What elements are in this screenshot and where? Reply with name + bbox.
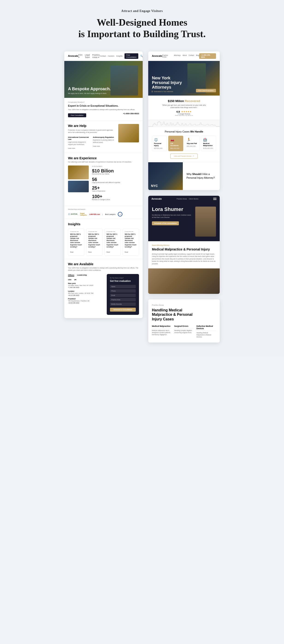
practice-eyebrow: Practice Areas [152, 304, 216, 306]
office-ny-city: New york [68, 282, 103, 284]
hamburger-line-2 [213, 199, 216, 199]
practice-item-malpractice: Medical Malpractice Medical malpractice … [152, 325, 171, 338]
case-name-personal: Personal Injury [154, 142, 165, 146]
practice-card-1: International Commercial Law Legal servi… [68, 136, 91, 150]
experience-images [68, 166, 89, 203]
practice-areas-section: Practice Areas Handling Medical Malpract… [148, 300, 220, 342]
case-card-car-accidents[interactable]: 🚗 Car Accidents $80,000,000 [168, 136, 183, 151]
headline-line1: Well-Designed Homes [97, 17, 187, 28]
left-nav-bar: Avvocato Firm ▾ Legal Team Practice Area… [64, 52, 143, 61]
award-divider: | [102, 213, 103, 215]
region-usa[interactable]: USA [68, 279, 71, 280]
office-london: London 456 Park Lane, London, UK W1K 7AH… [68, 290, 103, 296]
case-amount-medical: $139,000,000 [203, 148, 214, 149]
we-are-help-section: We are Help Protection of your company's… [64, 121, 143, 153]
form-field-email[interactable]: Email [110, 294, 136, 297]
form-field-phone[interactable]: Phone [110, 289, 136, 293]
experience-body: Our attorneys and staff have decades of … [68, 161, 139, 163]
lora-schedule-button[interactable]: Schedule a Free consultation [152, 221, 179, 225]
lora-card: Avvocato Practice Areas Client Stories L… [148, 196, 220, 294]
left-nav-links: Firm ▾ Legal Team Practice Areas ▾ [78, 54, 100, 58]
expert-consult-button[interactable]: Free Consultation [68, 113, 86, 117]
tr-nav-contact[interactable]: Contact [189, 54, 194, 58]
help-text: We are Help Protection of your company's… [68, 124, 116, 150]
form-field-practice[interactable]: Practice Area [110, 298, 136, 302]
practice-2-link[interactable]: Learn more [93, 146, 100, 147]
eval-headline: Get free evaluation [110, 280, 136, 282]
insight-4-link[interactable]: Read [125, 251, 128, 253]
case-amount-personal: $67000,000 [154, 148, 165, 149]
tr-nav-attorneys[interactable]: Attorneys [174, 54, 181, 58]
practice-headline-line3: Injury Cases [152, 317, 174, 321]
hamburger-icon[interactable] [213, 198, 216, 200]
left-column: Avvocato Firm ▾ Legal Team Practice Area… [64, 52, 143, 318]
tr-headline-line3: Attorneys [152, 85, 171, 90]
tr-cta-button[interactable]: Free Case Evaluation [196, 89, 216, 92]
stat-1-label: Recovered for Our Clients [92, 173, 139, 175]
lora-nav-client[interactable]: Client Stories [189, 198, 198, 200]
award-circle: ★ [118, 212, 122, 216]
tr-tagline: Dedicated to Your Interests [152, 91, 182, 92]
schedule-consultation-button[interactable]: Schedule a Consultation [110, 308, 136, 312]
page-wrapper: Attract and Engage Visitors Well-Designe… [0, 0, 284, 356]
insight-3-link[interactable]: Read [107, 251, 110, 253]
form-field-name[interactable]: Name [110, 285, 136, 288]
left-hero-text: A Bespoke Approach. We apply law to fact… [68, 86, 111, 94]
insight-card-1: Corporate law Will the SEC's proposed cl… [68, 229, 84, 256]
nav-legal-team[interactable]: Legal Team [85, 54, 90, 58]
help-headline: We are Help [68, 124, 116, 128]
help-body: Protection of your company's interests i… [68, 129, 116, 134]
offices-leadership: Offices Leadership USA UK New york 123 M… [68, 274, 103, 315]
awards-label: Memberships and Awards: [68, 208, 139, 210]
tab-leadership[interactable]: Leadership [77, 274, 87, 276]
stat-4-label: Reviews on Google & Avvo [92, 199, 139, 200]
awards-section: Memberships and Awards: ⚖️ JUSTICE. Supe… [64, 206, 143, 219]
experience-img-1 [68, 166, 89, 179]
lora-practice-image [148, 268, 220, 294]
car-accidents-icon: 🚗 [170, 138, 181, 142]
stat-4: 100+ Reviews on Google & Avvo [92, 194, 139, 200]
nav-insights[interactable]: Insights [116, 55, 123, 57]
practice-areas-card: Practice Areas Handling Medical Malpract… [148, 300, 220, 342]
nav-firm[interactable]: Firm ▾ [78, 54, 83, 58]
experience-img-2 [68, 181, 89, 192]
lora-name-headline: Lora Shumer [152, 206, 192, 212]
practice-item-malpractice-body: Medical malpractice law is designed to p… [152, 330, 171, 336]
tr-nav-blog[interactable]: Blog [196, 54, 199, 58]
nav-cta-button[interactable]: Free Consultation [125, 53, 138, 59]
view-all-practice-button[interactable]: View all Practice Areas ↗ [170, 154, 197, 159]
cases-headline-text: Personal Injury Cases [165, 130, 190, 133]
case-card-personal-injury[interactable]: ⚖️ Personal Injury $67000,000 [152, 136, 167, 151]
tr-nav-practice[interactable]: Practice Areas [162, 54, 172, 58]
recovered-amount: $150 Milion Recovered [152, 99, 216, 103]
why-hire-question: Why Should I Hire aPersonal Injury Attor… [186, 172, 216, 180]
insight-2-link[interactable]: None [88, 251, 92, 253]
search-icon[interactable]: 🔍 [140, 55, 143, 57]
tr-phone-badge[interactable]: +1-800-356-8933 [199, 53, 216, 59]
tr-brand-logo: Avvocato [152, 55, 162, 57]
practice-item-defective: Defective Medical Devices Handling Medic… [196, 325, 216, 338]
case-card-medical[interactable]: 🏥 Medical Malpractice $139,000,000 [201, 136, 216, 151]
office-london-phone: +44 20 356 8933 [68, 294, 103, 296]
office-frankfurt-phone: +49 69 356 8933 [68, 302, 103, 304]
practice-1-title: International Commercial Law [68, 136, 91, 140]
lora-nav-practice[interactable]: Practice Areas [177, 198, 187, 200]
form-field-describe[interactable]: Briefly Describe [110, 302, 136, 306]
insights-headline: Insights [68, 222, 139, 226]
practice-1-link[interactable]: Learn more [68, 148, 75, 149]
google-badge-text: Google Reviews [179, 113, 190, 115]
tr-nav-about[interactable]: About [183, 54, 187, 58]
hero-people-silhouette [110, 66, 138, 96]
experience-stats: In the Numbers $10 Bilion Recovered for … [91, 166, 139, 203]
tab-offices[interactable]: Offices [68, 274, 74, 276]
case-card-slip-fall[interactable]: 🏃 Slip and Fall $56,000,000 [185, 136, 200, 151]
nav-careers[interactable]: Careers [108, 55, 114, 57]
stat-2-num: 56 [92, 177, 139, 182]
office-frankfurt: Frankfurt 789 Hauptstrasse, Frankfurt, D… [68, 298, 103, 304]
in-numbers-label: In the Numbers [92, 166, 139, 167]
nav-contact[interactable]: Contact [100, 55, 106, 57]
nav-practice[interactable]: Practice Areas ▾ [92, 54, 100, 58]
insight-1-link[interactable]: Read [70, 251, 73, 253]
practice-item-surgical: Surgical Errors Handling complex litigat… [174, 325, 194, 338]
region-uk[interactable]: UK [74, 279, 77, 280]
